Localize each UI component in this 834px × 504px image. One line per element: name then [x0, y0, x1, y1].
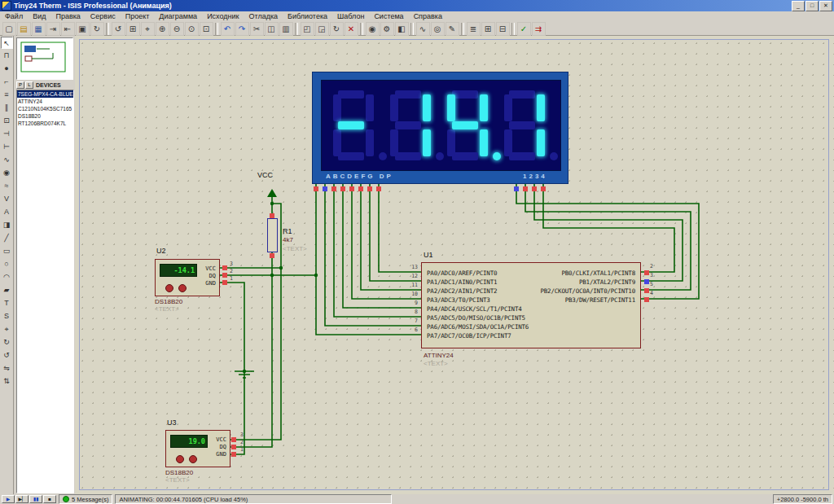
property-assignment-icon[interactable]: ✎	[446, 22, 459, 36]
message-count: 5 Message(s)	[72, 496, 108, 503]
u3-body[interactable]: 19.0VCCDQGND	[165, 430, 230, 467]
new-design-icon[interactable]: ▢	[2, 22, 16, 36]
circle-tool-icon[interactable]: ○	[1, 258, 13, 270]
print-icon[interactable]: ▣	[76, 22, 90, 36]
pick-devices-button[interactable]: P	[16, 81, 24, 89]
subcircuit-tool-icon[interactable]: ⊡	[1, 115, 13, 127]
save-design-icon[interactable]: ▦	[32, 22, 46, 36]
mirror-y-icon[interactable]: ⇅	[1, 375, 13, 388]
remove-sheet-icon[interactable]: ⊟	[496, 22, 510, 36]
maximize-button[interactable]: □	[805, 1, 819, 11]
design-explorer-icon[interactable]: ≣	[467, 22, 481, 36]
box-tool-icon[interactable]: ▭	[1, 245, 13, 257]
device-list-item[interactable]: 7SEG-MPX4-CA-BLUE	[17, 90, 73, 98]
device-list-item[interactable]: RT1206BRD074K7L	[17, 120, 73, 127]
zoom-all-icon[interactable]: ⊙	[185, 22, 199, 36]
zoom-out-icon[interactable]: ⊖	[170, 22, 184, 36]
schematic-canvas[interactable]: ABCDEFG DP 1234 PA0/ADC0/AREF/PCINT0PA1/…	[75, 36, 834, 494]
u1-mcu-body[interactable]: PA0/ADC0/AREF/PCINT0PA1/ADC1/AIN0/PCINT1…	[421, 262, 641, 348]
electrical-check-icon[interactable]: ✓	[517, 22, 531, 36]
junction-tool-icon[interactable]: ●	[1, 63, 13, 75]
step-button[interactable]: ▶▏	[15, 495, 29, 503]
terminal-tool-icon[interactable]: ⊣	[1, 128, 13, 140]
pause-button[interactable]: ▮▮	[29, 495, 42, 503]
menu-design[interactable]: Проект	[121, 11, 155, 22]
voltage-probe-tool-icon[interactable]: V	[1, 193, 13, 205]
menu-view[interactable]: Вид	[28, 11, 50, 22]
menu-tools[interactable]: Сервис	[86, 11, 121, 22]
text-script-tool-icon[interactable]: ≡	[1, 89, 13, 101]
block-delete-icon[interactable]: ✕	[345, 22, 358, 36]
seven-segment-display[interactable]: ABCDEFG DP 1234	[312, 72, 568, 184]
menu-template[interactable]: Шаблон	[332, 11, 369, 22]
play-button[interactable]: ▶	[2, 495, 15, 503]
selection-tool-icon[interactable]: ↖	[1, 37, 13, 49]
menu-file[interactable]: Файл	[0, 11, 28, 22]
paste-icon[interactable]: ▥	[279, 22, 293, 36]
redraw-icon[interactable]: ↺	[112, 22, 125, 36]
mirror-x-icon[interactable]: ⇋	[1, 362, 13, 375]
menu-system[interactable]: Система	[369, 11, 408, 22]
menu-debug[interactable]: Отладка	[244, 11, 283, 22]
marker-tool-icon[interactable]: ⌖	[1, 323, 13, 335]
symbol-tool-icon[interactable]: S	[1, 310, 13, 322]
block-move-icon[interactable]: ◲	[315, 22, 329, 36]
segment-b	[480, 94, 488, 121]
menu-help[interactable]: Справка	[409, 11, 447, 22]
graph-tool-icon[interactable]: ∿	[1, 154, 13, 166]
import-section-icon[interactable]: ⇥	[46, 22, 60, 36]
block-copy-icon[interactable]: ◰	[301, 22, 314, 36]
menu-graph[interactable]: Диаграмма	[154, 11, 202, 22]
instrument-tool-icon[interactable]: ◨	[1, 219, 13, 231]
u3-ref: U3	[167, 419, 177, 427]
rotate-cw-icon[interactable]: ↻	[1, 336, 13, 348]
device-list-item[interactable]: C1210N104K5SC7165	[17, 105, 73, 112]
device-list-item[interactable]: ATTINY24	[17, 98, 73, 105]
redo-icon[interactable]: ↷	[235, 22, 249, 36]
undo-icon[interactable]: ↶	[221, 22, 235, 36]
zoom-area-icon[interactable]: ⊡	[200, 22, 213, 36]
r1-resistor-body[interactable]	[267, 218, 278, 252]
minimize-button[interactable]: _	[792, 1, 805, 11]
false-origin-icon[interactable]: ⌖	[141, 22, 155, 36]
device-pin-tool-icon[interactable]: ⊢	[1, 141, 13, 153]
zoom-in-icon[interactable]: ⊕	[156, 22, 169, 36]
arc-tool-icon[interactable]: ◠	[1, 271, 13, 283]
current-probe-tool-icon[interactable]: A	[1, 206, 13, 218]
cut-icon[interactable]: ✂	[250, 22, 264, 36]
tape-recorder-tool-icon[interactable]: ◉	[1, 167, 13, 179]
generator-tool-icon[interactable]: ≈	[1, 180, 13, 192]
wire-label-tool-icon[interactable]: ⌐	[1, 76, 13, 88]
new-sheet-icon[interactable]: ⊞	[481, 22, 495, 36]
menu-edit[interactable]: Правка	[50, 11, 85, 22]
toggle-grid-icon[interactable]: ⊞	[126, 22, 140, 36]
block-rotate-icon[interactable]: ↻	[330, 22, 344, 36]
close-button[interactable]: ✕	[819, 1, 832, 11]
packaging-tool-icon[interactable]: ◧	[395, 22, 409, 36]
menu-source[interactable]: Исходник	[202, 11, 244, 22]
make-device-icon[interactable]: ⚙	[380, 22, 394, 36]
search-tag-icon[interactable]: ◎	[431, 22, 445, 36]
open-design-icon[interactable]: ▤	[17, 22, 31, 36]
device-list-item[interactable]: DS18B20	[17, 112, 73, 120]
text-2d-tool-icon[interactable]: T	[1, 297, 13, 309]
library-button[interactable]: L	[25, 81, 33, 89]
export-section-icon[interactable]: ⇤	[61, 22, 75, 36]
refresh-icon[interactable]: ↻	[90, 22, 104, 36]
path-tool-icon[interactable]: ▰	[1, 284, 13, 296]
component-tool-icon[interactable]: ⊓	[1, 50, 13, 62]
overview-preview[interactable]	[16, 37, 73, 80]
copy-icon[interactable]: ◫	[265, 22, 279, 36]
u2-body[interactable]: -14.1VCCDQGND	[155, 259, 220, 296]
line-tool-icon[interactable]: ╱	[1, 232, 13, 244]
wire-autorouter-icon[interactable]: ∿	[416, 22, 430, 36]
segment-c	[480, 129, 488, 156]
bus-tool-icon[interactable]: ∥	[1, 102, 13, 114]
stop-button[interactable]: ■	[43, 495, 56, 503]
segment-f	[504, 94, 512, 121]
pick-parts-icon[interactable]: ◉	[366, 22, 380, 36]
netlist-to-ares-icon[interactable]: ⇉	[532, 22, 546, 36]
rotate-ccw-icon[interactable]: ↺	[1, 349, 13, 362]
menu-library[interactable]: Библиотека	[283, 11, 332, 22]
message-panel[interactable]: 5 Message(s)	[59, 494, 112, 504]
